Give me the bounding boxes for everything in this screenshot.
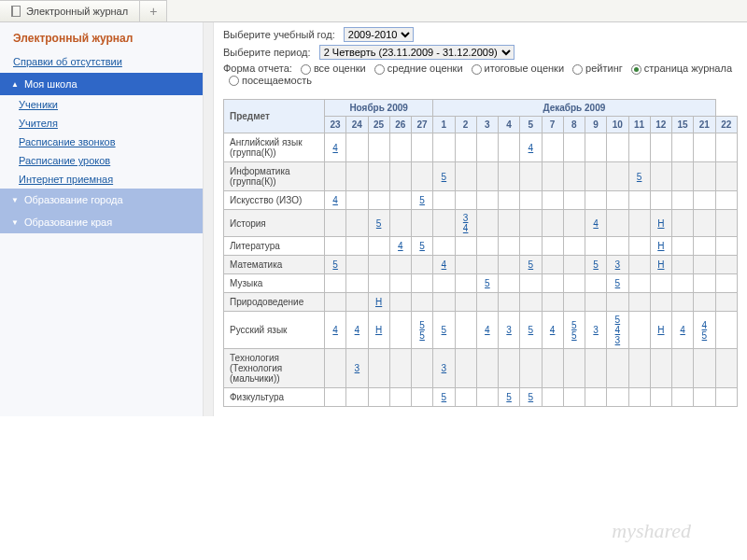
tab-add[interactable]: +: [140, 0, 167, 21]
cell-mark: 5: [412, 237, 433, 256]
cell-mark: 5: [433, 388, 455, 407]
mark-link[interactable]: 4: [702, 320, 708, 330]
cell-mark: 34: [455, 210, 476, 237]
mark-link[interactable]: 5: [529, 259, 534, 270]
radio-attendance[interactable]: [229, 76, 239, 86]
mark-link[interactable]: 5: [529, 325, 534, 335]
cell-mark: [563, 162, 585, 191]
splitter[interactable]: [203, 22, 214, 416]
mark-link[interactable]: 5: [637, 172, 642, 182]
cell-mark: [346, 256, 368, 274]
cell-mark: [650, 162, 671, 191]
mark-link[interactable]: Н: [375, 325, 382, 335]
mark-link[interactable]: 5: [419, 195, 425, 205]
mark-link[interactable]: 4: [593, 218, 599, 229]
cell-mark: [455, 388, 476, 407]
year-select[interactable]: 2009-2010: [344, 27, 414, 42]
mark-link[interactable]: 5: [615, 278, 621, 288]
mark-link[interactable]: 3: [442, 363, 447, 373]
cell-mark: [585, 133, 607, 162]
cell-mark: 5: [325, 256, 346, 274]
cell-mark: [346, 237, 368, 256]
mark-link[interactable]: 4: [332, 325, 338, 335]
cell-mark: [715, 237, 738, 256]
mark-link[interactable]: 4: [463, 223, 469, 233]
sidebar-item-students[interactable]: Ученики: [0, 95, 203, 114]
tab-journal[interactable]: Электронный журнал: [0, 0, 140, 21]
mark-link[interactable]: Н: [657, 325, 664, 335]
mark-link[interactable]: 5: [485, 278, 490, 288]
mark-link[interactable]: 5: [571, 330, 577, 341]
sidebar-group-region[interactable]: ▼ Образование края: [0, 211, 203, 233]
radio-rating[interactable]: [572, 64, 583, 75]
mark-link[interactable]: 4: [332, 143, 338, 153]
col-day: 10: [607, 117, 628, 133]
mark-link[interactable]: 4: [680, 325, 685, 335]
mark-link[interactable]: 5: [419, 320, 425, 330]
mark-link[interactable]: 5: [615, 315, 621, 325]
cell-mark: [715, 162, 738, 191]
sidebar-group-label: Образование края: [24, 217, 112, 228]
cell-mark: [672, 210, 694, 237]
mark-link[interactable]: 3: [355, 363, 360, 373]
radio-final[interactable]: [472, 64, 482, 75]
cell-mark: [715, 133, 738, 162]
mark-link[interactable]: 4: [485, 325, 490, 335]
cell-mark: [542, 162, 563, 191]
mark-link[interactable]: 4: [398, 241, 403, 251]
mark-link[interactable]: 3: [463, 213, 469, 223]
mark-link[interactable]: 5: [332, 259, 338, 270]
mark-link[interactable]: 5: [529, 392, 534, 402]
mark-link[interactable]: Н: [657, 218, 664, 229]
sidebar-item-teachers[interactable]: Учителя: [0, 114, 203, 133]
mark-link[interactable]: Н: [657, 259, 664, 270]
cell-mark: [346, 388, 368, 407]
cell-mark: [520, 210, 542, 237]
mark-link[interactable]: 4: [529, 143, 534, 153]
mark-link[interactable]: 4: [332, 195, 338, 205]
cell-mark: [672, 133, 694, 162]
mark-link[interactable]: 5: [506, 392, 512, 402]
cell-mark: [542, 210, 563, 237]
sidebar-item-bell-schedule[interactable]: Расписание звонков: [0, 133, 203, 151]
radio-journal-page[interactable]: [631, 64, 641, 75]
mark-link[interactable]: 4: [550, 325, 556, 335]
mark-link[interactable]: Н: [375, 297, 382, 307]
sidebar-link-absence[interactable]: Справки об отсутствии: [0, 50, 203, 73]
cell-mark: 5: [433, 162, 455, 191]
mark-link[interactable]: 5: [702, 330, 708, 341]
mark-link[interactable]: 5: [419, 330, 425, 341]
mark-link[interactable]: 3: [506, 325, 512, 335]
sidebar-item-reception[interactable]: Интернет приемная: [0, 170, 203, 189]
mark-link[interactable]: 5: [442, 172, 447, 182]
mark-link[interactable]: 3: [615, 335, 621, 345]
mark-link[interactable]: 3: [615, 259, 621, 270]
radio-average[interactable]: [374, 64, 385, 75]
sidebar-group-city[interactable]: ▼ Образование города: [0, 189, 203, 211]
mark-link[interactable]: 5: [376, 218, 382, 229]
mark-link[interactable]: 5: [442, 392, 447, 402]
sidebar-group-school[interactable]: ▲ Моя школа: [0, 73, 203, 95]
mark-link[interactable]: 5: [571, 320, 577, 330]
period-select[interactable]: 2 Четверть (23.11.2009 - 31.12.2009): [319, 45, 514, 60]
cell-mark: [628, 274, 650, 293]
cell-mark: [412, 293, 433, 312]
col-subject: Предмет: [224, 100, 325, 133]
mark-link[interactable]: 5: [419, 241, 425, 251]
cell-mark: [455, 191, 476, 210]
cell-mark: [672, 237, 694, 256]
mark-link[interactable]: Н: [657, 241, 664, 251]
col-day: 3: [476, 117, 498, 133]
mark-link[interactable]: 4: [442, 259, 447, 270]
mark-link[interactable]: 4: [355, 325, 360, 335]
document-icon: [11, 6, 21, 17]
mark-link[interactable]: 4: [615, 325, 621, 335]
radio-all-marks[interactable]: [301, 64, 311, 75]
mark-link[interactable]: 5: [593, 259, 599, 270]
sidebar-item-lesson-schedule[interactable]: Расписание уроков: [0, 151, 203, 170]
mark-link[interactable]: 5: [442, 325, 447, 335]
mark-link[interactable]: 3: [593, 325, 599, 335]
cell-mark: [433, 293, 455, 312]
cell-mark: [389, 191, 411, 210]
cell-mark: [455, 256, 476, 274]
